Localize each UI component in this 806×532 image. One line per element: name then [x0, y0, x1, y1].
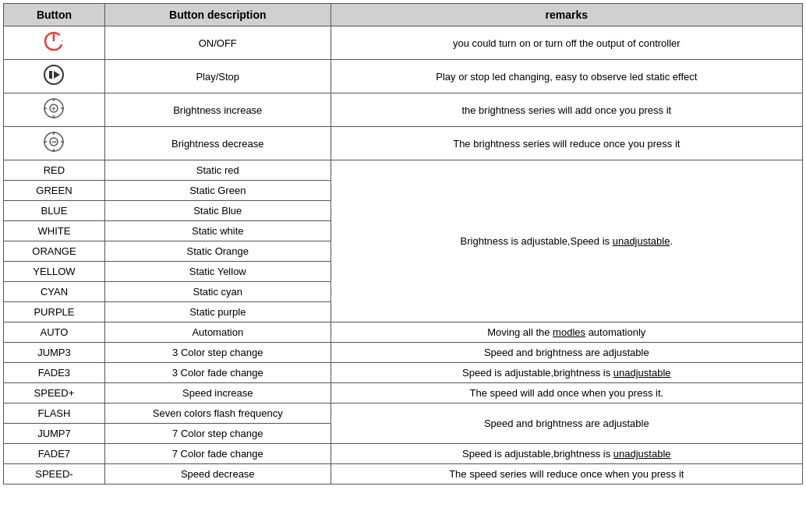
table-row: FLASH Seven colors flash frequency Speed… — [4, 403, 803, 424]
desc-cell-onoff: ON/OFF — [104, 26, 331, 60]
table-row: AUTO Automation Moving all the modles au… — [4, 322, 803, 343]
table-row: ON/OFF you could turn on or turn off the… — [4, 26, 803, 60]
desc-cell-jump7: 7 Color step change — [104, 424, 331, 444]
remarks-cell-bright-down: The brightness series will reduce once y… — [331, 127, 802, 160]
button-cell-speed-minus: SPEED- — [4, 464, 105, 484]
button-cell-bright-down: − — [4, 127, 105, 160]
desc-cell-green: Static Green — [104, 181, 331, 201]
svg-marker-4 — [54, 71, 60, 79]
brightness-up-icon: + — [43, 97, 65, 119]
button-cell-orange: ORANGE — [4, 241, 105, 262]
header-remarks: remarks — [331, 4, 802, 26]
button-cell-playstop — [4, 60, 105, 93]
button-cell-speed-plus: SPEED+ — [4, 383, 105, 403]
brightness-down-icon: − — [43, 131, 65, 153]
button-cell-white: WHITE — [4, 221, 105, 241]
desc-cell-white: Static white — [104, 221, 331, 241]
desc-cell-flash: Seven colors flash frequency — [104, 403, 331, 424]
remarks-cell-speed-plus: The speed will add once when you press i… — [331, 383, 802, 403]
unadjustable-fade3: unadjustable — [613, 367, 671, 379]
playstop-icon — [43, 64, 65, 86]
remarks-cell-fade7: Speed is adjustable,brightness is unadju… — [331, 444, 802, 464]
button-cell-cyan: CYAN — [4, 282, 105, 302]
unadjustable-fade7: unadjustable — [613, 448, 671, 460]
table-row: + Brightness increase the brightness ser… — [4, 93, 803, 127]
desc-cell-fade3: 3 Color fade change — [104, 363, 331, 383]
desc-cell-playstop: Play/Stop — [104, 60, 331, 93]
table-row: Play/Stop Play or stop led changing, eas… — [4, 60, 803, 93]
power-icon — [43, 30, 65, 52]
remarks-cell-fade3: Speed is adjustable,brightness is unadju… — [331, 363, 802, 383]
button-cell-power — [4, 26, 105, 60]
desc-cell-yellow: Static Yellow — [104, 262, 331, 282]
table-row: JUMP3 3 Color step change Speed and brig… — [4, 343, 803, 363]
header-description: Button description — [104, 4, 331, 26]
desc-cell-fade7: 7 Color fade change — [104, 444, 331, 464]
button-cell-jump7: JUMP7 — [4, 424, 105, 444]
button-cell-fade3: FADE3 — [4, 363, 105, 383]
table-row: − Brightness decrease The brightness ser… — [4, 127, 803, 160]
table-row: FADE3 3 Color fade change Speed is adjus… — [4, 363, 803, 383]
header-button: Button — [4, 4, 105, 26]
button-cell-flash: FLASH — [4, 403, 105, 424]
button-cell-fade7: FADE7 — [4, 444, 105, 464]
button-cell-green: GREEN — [4, 181, 105, 201]
button-cell-yellow: YELLOW — [4, 262, 105, 282]
modles-text: modles — [553, 326, 585, 338]
remarks-cell-jump3: Speed and brightness are adjustable — [331, 343, 802, 363]
remarks-cell-speed-minus: The speed series will reduce once when y… — [331, 464, 802, 484]
desc-cell-speed-plus: Speed increase — [104, 383, 331, 403]
desc-cell-auto: Automation — [104, 322, 331, 343]
desc-cell-bright-down: Brightness decrease — [104, 127, 331, 160]
table-row: SPEED+ Speed increase The speed will add… — [4, 383, 803, 403]
table-row: FADE7 7 Color fade change Speed is adjus… — [4, 444, 803, 464]
button-cell-blue: BLUE — [4, 201, 105, 221]
svg-text:+: + — [52, 105, 56, 113]
table-row: RED Static red Brightness is adjustable,… — [4, 160, 803, 181]
desc-cell-speed-minus: Speed decrease — [104, 464, 331, 484]
remarks-cell-static-merged: Brightness is adjustable,Speed is unadju… — [331, 160, 802, 322]
remarks-cell-onoff: you could turn on or turn off the output… — [331, 26, 802, 60]
desc-cell-jump3: 3 Color step change — [104, 343, 331, 363]
desc-cell-red: Static red — [104, 160, 331, 181]
button-cell-jump3: JUMP3 — [4, 343, 105, 363]
unadjustable-text: unadjustable — [613, 235, 670, 247]
remarks-cell-flash-merged: Speed and brightness are adjustable — [331, 403, 802, 444]
desc-cell-orange: Static Orange — [104, 241, 331, 262]
table-row: SPEED- Speed decrease The speed series w… — [4, 464, 803, 484]
desc-cell-bright-up: Brightness increase — [104, 93, 331, 127]
desc-cell-cyan: Static cyan — [104, 282, 331, 302]
desc-cell-purple: Static purple — [104, 302, 331, 322]
button-cell-auto: AUTO — [4, 322, 105, 343]
button-cell-purple: PURPLE — [4, 302, 105, 322]
main-table: Button Button description remarks ON/OFF… — [3, 3, 803, 484]
button-cell-red: RED — [4, 160, 105, 181]
remarks-cell-bright-up: the brightness series will add once you … — [331, 93, 802, 127]
remarks-cell-auto: Moving all the modles automationly — [331, 322, 802, 343]
button-cell-bright-up: + — [4, 93, 105, 127]
svg-text:−: − — [51, 136, 57, 147]
svg-rect-3 — [49, 71, 52, 79]
desc-cell-blue: Static Blue — [104, 201, 331, 221]
remarks-cell-playstop: Play or stop led changing, easy to obser… — [331, 60, 802, 93]
